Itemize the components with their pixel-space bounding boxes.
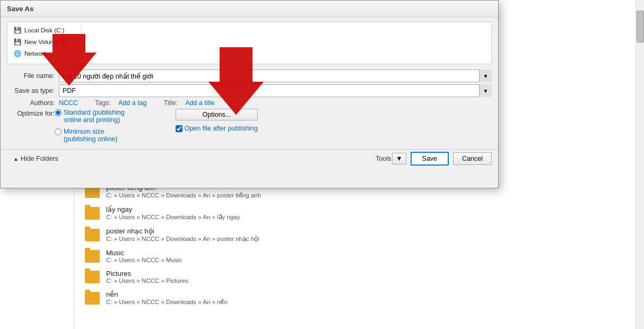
optimize-label: Optimize for: — [7, 109, 55, 117]
optimize-minimum-label: Minimum size(publishing online) — [64, 128, 117, 143]
file-item[interactable]: lấy ngay C: » Users » NCCC » Downloads »… — [83, 202, 636, 224]
save-as-dialog: Save As 💾 Local Disk (C:) 💾 New Volume (… — [0, 0, 499, 188]
optimize-options: Standard (publishingonline and printing)… — [55, 109, 125, 143]
folder-icon — [85, 250, 100, 263]
folder-icon — [85, 292, 100, 305]
title-label: Title: — [164, 99, 178, 107]
savetype-dropdown-wrapper[interactable]: PDF ▼ — [59, 84, 492, 97]
dialog-form: File name: ▼ Save as type: PDF ▼ Author — [1, 66, 498, 149]
add-title-link[interactable]: Add a title — [185, 99, 215, 107]
savetype-select[interactable]: PDF — [59, 84, 492, 97]
save-button[interactable]: Save — [411, 152, 449, 166]
tools-dropdown-btn[interactable]: ▼ — [392, 153, 406, 164]
optimize-content: Standard (publishingonline and printing)… — [55, 109, 258, 143]
hide-folders-btn[interactable]: ▲ Hide Folders — [7, 153, 65, 164]
dialog-titlebar: Save As — [1, 1, 498, 18]
open-file-checkbox[interactable] — [176, 125, 182, 132]
dialog-sidebar: 💾 Local Disk (C:) 💾 New Volume (D: 🌐 Net… — [7, 22, 82, 64]
optimize-standard-option[interactable]: Standard (publishingonline and printing) — [55, 109, 125, 124]
scrollbar[interactable] — [636, 0, 644, 329]
dialog-main-area — [82, 22, 491, 64]
filename-input[interactable] — [59, 70, 492, 82]
authors-label: Authors: — [7, 99, 55, 107]
file-info: poster nhạc hội C: » Users » NCCC » Down… — [106, 227, 259, 243]
filename-row: File name: ▼ — [7, 70, 492, 82]
cancel-button[interactable]: Cancel — [453, 152, 492, 165]
file-info: Music C: » Users » NCCC » Music — [106, 249, 182, 263]
filename-dropdown-wrapper: ▼ — [59, 70, 492, 82]
filename-label: File name: — [7, 72, 55, 80]
folder-icon — [85, 271, 100, 283]
dialog-sidebar-item-new-volume[interactable]: 💾 New Volume (D: — [10, 36, 79, 48]
dialog-sidebar-item-local-disk[interactable]: 💾 Local Disk (C:) — [10, 24, 79, 36]
dialog-sidebar-item-network[interactable]: 🌐 Network — [10, 48, 79, 59]
authors-link[interactable]: NCCC — [59, 99, 78, 107]
file-info: Pictures C: » Users » NCCC » Pictures — [106, 270, 188, 284]
dialog-title: Save As — [7, 5, 33, 13]
optimize-standard-label: Standard (publishingonline and printing) — [64, 109, 125, 124]
file-info: nền C: » Users » NCCC » Downloads » An »… — [106, 290, 228, 306]
add-tag-link[interactable]: Add a tag — [118, 99, 147, 107]
dialog-body: 💾 Local Disk (C:) 💾 New Volume (D: 🌐 Net… — [1, 18, 498, 188]
options-button[interactable]: Options... — [176, 109, 258, 120]
drive-icon: 💾 — [14, 27, 21, 34]
file-browser: 💾 Local Disk (C:) 💾 New Volume (D: 🌐 Net… — [7, 22, 492, 64]
file-info: lấy ngay C: » Users » NCCC » Downloads »… — [106, 205, 240, 221]
file-item[interactable]: poster nhạc hội C: » Users » NCCC » Down… — [83, 224, 636, 246]
drive-icon: 💾 — [14, 38, 21, 46]
dialog-footer: ▲ Hide Folders Tools ▼ Save Cancel — [1, 149, 498, 170]
optimize-row: Optimize for: Standard (publishingonline… — [7, 109, 492, 143]
folder-icon — [85, 207, 100, 220]
tags-label: Tags: — [95, 99, 111, 107]
savetype-row: Save as type: PDF ▼ — [7, 84, 492, 97]
folder-icon — [85, 229, 100, 241]
tools-label: Tools — [376, 155, 391, 162]
file-item[interactable]: Music C: » Users » NCCC » Music — [83, 246, 636, 266]
file-item[interactable]: Pictures C: » Users » NCCC » Pictures — [83, 266, 636, 287]
chevron-up-icon: ▲ — [13, 156, 19, 162]
optimize-minimum-radio[interactable] — [55, 128, 62, 135]
savetype-label: Save as type: — [7, 87, 55, 94]
optimize-minimum-option[interactable]: Minimum size(publishing online) — [55, 128, 125, 143]
action-buttons: Tools ▼ Save Cancel — [376, 152, 492, 166]
tools-group: Tools ▼ — [376, 153, 406, 164]
hide-folders-label: Hide Folders — [21, 155, 58, 162]
open-file-row: Open file after publishing — [176, 125, 258, 132]
meta-row: Authors: NCCC Tags: Add a tag Title: Add… — [7, 99, 492, 107]
network-icon: 🌐 — [14, 50, 21, 57]
scroll-thumb[interactable] — [637, 11, 644, 42]
optimize-standard-radio[interactable] — [55, 109, 62, 116]
open-file-label[interactable]: Open file after publishing — [185, 125, 258, 132]
file-item[interactable]: nền C: » Users » NCCC » Downloads » An »… — [83, 287, 636, 309]
options-area: Options... Open file after publishing — [176, 109, 258, 132]
